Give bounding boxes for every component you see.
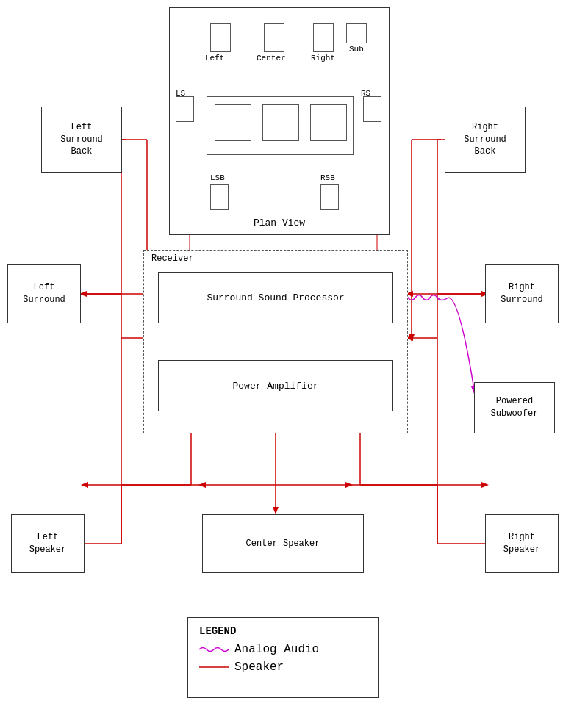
right-speaker-box: RightSpeaker — [485, 514, 559, 573]
plan-ls-spk — [176, 96, 194, 122]
plan-rs-spk — [363, 96, 381, 122]
subwoofer-box: PoweredSubwoofer — [474, 382, 555, 433]
right-speaker-label: RightSpeaker — [503, 531, 540, 556]
plan-right-spk — [313, 23, 334, 52]
plan-view-label: Plan View — [170, 217, 389, 228]
svg-marker-36 — [198, 482, 206, 488]
plan-lsb-label: LSB — [210, 173, 225, 182]
diagram-container: Left Center Right Sub LS RS LSB RSB Plan… — [0, 0, 588, 720]
right-surround-box: RightSurround — [485, 264, 559, 323]
plan-lsb-spk — [210, 184, 229, 210]
svg-marker-28 — [81, 482, 88, 488]
plan-sub-label: Sub — [349, 45, 364, 54]
svg-marker-37 — [345, 482, 353, 488]
center-speaker-box: Center Speaker — [202, 514, 364, 573]
receiver-label: Receiver — [151, 253, 194, 264]
plan-view-box: Left Center Right Sub LS RS LSB RSB Plan… — [169, 7, 390, 235]
plan-rsb-spk — [320, 184, 339, 210]
center-speaker-label: Center Speaker — [246, 538, 320, 550]
left-surround-label: LeftSurround — [23, 281, 65, 306]
plan-left-spk — [210, 23, 231, 52]
subwoofer-label: PoweredSubwoofer — [491, 395, 539, 420]
right-surround-back-box: RightSurroundBack — [445, 107, 526, 173]
plan-center-label: Center — [257, 54, 286, 62]
ssp-box: Surround Sound Processor — [158, 272, 393, 323]
left-surround-back-label: LeftSurroundBack — [60, 121, 103, 158]
left-surround-box: LeftSurround — [7, 264, 81, 323]
legend-analog-row: Analog Audio — [199, 643, 367, 656]
legend-box: LEGEND Analog Audio Speaker — [187, 617, 379, 698]
plan-left-label: Left — [205, 54, 224, 62]
legend-analog-label: Analog Audio — [234, 643, 319, 656]
plan-rsb-label: RSB — [320, 173, 335, 182]
power-amp-box: Power Amplifier — [158, 360, 393, 411]
plan-center-spk — [264, 23, 284, 52]
right-surround-label: RightSurround — [501, 281, 543, 306]
svg-marker-5 — [409, 334, 415, 342]
plan-right-label: Right — [311, 54, 335, 62]
legend-speaker-row: Speaker — [199, 660, 367, 674]
right-surround-back-label: RightSurroundBack — [464, 121, 506, 158]
left-surround-back-box: LeftSurroundBack — [41, 107, 122, 173]
ssp-label: Surround Sound Processor — [207, 292, 344, 303]
svg-marker-35 — [481, 482, 489, 488]
left-speaker-box: LeftSpeaker — [11, 514, 85, 573]
power-amp-label: Power Amplifier — [232, 381, 318, 392]
legend-title: LEGEND — [199, 625, 367, 637]
svg-marker-30 — [273, 507, 279, 514]
left-speaker-label: LeftSpeaker — [29, 531, 66, 556]
legend-speaker-label: Speaker — [234, 660, 284, 674]
plan-sub-spk — [346, 23, 367, 43]
